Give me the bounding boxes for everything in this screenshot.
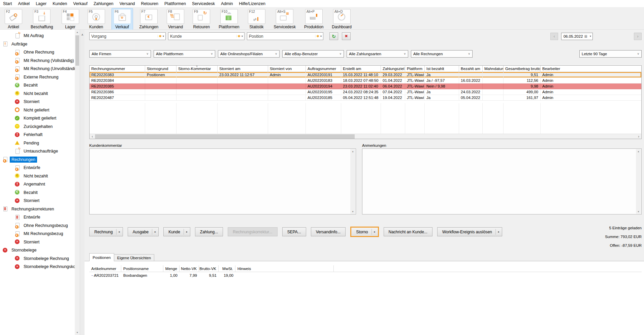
position-search-input[interactable] [247,34,315,39]
filter-wand-icon[interactable]: ✱ [159,34,162,38]
menu-start[interactable]: Start [0,0,15,7]
chevron-down-icon[interactable]: ▾ [163,35,164,38]
versandinfo-button[interactable]: Versandinfo... ▸ [311,227,346,236]
column-header[interactable]: Artikelnummer [89,265,121,272]
invoice-row[interactable]: RE20220383 Positionen 23.03.2022 11:12:5… [90,72,641,78]
scrollbar-thumb[interactable] [75,35,79,66]
sidebar-item-stornobelege-rechnungskorrektur[interactable]: Stornobelege Rechnungskorrektur [0,263,75,271]
invoice-row[interactable]: RE20220385 AU202203194 23.03.2022 11:02:… [90,83,641,89]
ribbon-servicedesk[interactable]: Alt+S Servicedesk [272,8,298,30]
scroll-down-icon[interactable]: ▼ [352,210,354,213]
sidebar-item-entwuerfe[interactable]: Entwürfe [0,164,75,172]
invoice-row[interactable]: RE20220384 AU202203183 18.03.2022 07:48:… [90,78,641,83]
sidebar-item-angemahnt[interactable]: Angemahnt [0,180,75,189]
column-header[interactable]: Netto-VK [180,265,199,272]
collapse-panel-icon[interactable]: ∧ [80,33,85,36]
scroll-up-icon[interactable]: ▲ [76,30,78,35]
sidebar-item-stornobelege-rechnung[interactable]: Stornobelege Rechnung [0,255,75,263]
vertical-scrollbar[interactable]: ▲ ▼ [636,149,641,214]
ribbon-artikel[interactable]: F2 Artikel [3,8,24,30]
ribbon-retouren[interactable]: F9 Retouren [191,8,212,30]
menu-artikel[interactable]: Artikel [15,0,33,7]
ribbon-kunden[interactable]: F5 Kunden [86,8,107,30]
rechnungen-filter[interactable]: Alle Rechnungen ∨ [411,50,473,58]
plattformen-filter[interactable]: Alle Plattformen ∨ [154,50,215,58]
ribbon-lager[interactable]: F4 Lager [60,8,81,30]
column-header[interactable]: Brutto-VK [199,265,219,272]
date-range-filter[interactable]: Letzte 90 Tage ∨ [579,50,642,58]
column-header[interactable]: Bearbeiter [541,66,641,72]
menu-admin[interactable]: Admin [218,0,236,7]
column-header[interactable]: Ist bezahlt [425,66,459,72]
ribbon-produktion[interactable]: Alt+P Produktion [302,8,325,30]
ribbon-statistik[interactable]: F12 Statistik [246,8,267,30]
date-picker[interactable]: 06.05.2022 ▦ ▾ [561,33,593,40]
sidebar-item-pending[interactable]: Pending [0,139,75,147]
ribbon-zahlungen[interactable]: F7 Zahlungen [137,8,161,30]
kunde-search-input[interactable] [168,34,236,39]
next-date-button[interactable]: › [634,33,642,40]
ausgabe-button[interactable]: Ausgabe ▸ [128,227,159,236]
sidebar-item-mit-rechnung-unvollstaendig[interactable]: Mit Rechnung (Unvollständig) [0,65,75,73]
refresh-button[interactable]: ↻ [329,32,338,40]
column-header[interactable]: Menge [163,265,180,272]
sidebar-item-umtauschauftraege[interactable]: Umtauschaufträge [0,147,75,156]
tab-positionen[interactable]: Positionen [89,253,114,261]
firmen-filter[interactable]: Alle Firmen ∨ [89,50,151,58]
menu-servicedesk[interactable]: Servicedesk [189,0,218,7]
ribbon-plattformen[interactable]: F10 Plattformen [217,8,241,30]
sidebar-item-bezahlt[interactable]: Bezahlt [0,81,75,90]
rechnung-button[interactable]: Rechnung ▸ [89,227,123,236]
tab-eigene-uebersichten[interactable]: Eigene Übersichten [114,254,154,261]
sepa-button[interactable]: SEPA... ▸ [282,227,306,236]
sidebar-item-stornobelege[interactable]: Stornobelege [0,246,75,255]
kunde-button[interactable]: Kunde ▸ [163,227,190,236]
rechnungskorrektur-button[interactable]: Rechnungskorrektur... ▸ [228,227,277,236]
sidebar-item-rechnungen-bezahlt[interactable]: Bezahlt [0,189,75,197]
workflow-ereignis-button[interactable]: Workflow-Ereignis auslösen ▸ [437,227,502,236]
menu-retouren[interactable]: Retouren [138,0,161,7]
scrollbar-thumb[interactable] [95,134,355,139]
chevron-down-icon[interactable]: ▾ [590,35,591,38]
sidebar-item-nicht-bezahlt[interactable]: Nicht bezahlt [0,90,75,98]
scroll-down-icon[interactable]: ▼ [76,330,78,335]
filter-wand-icon[interactable]: ✱ [317,34,319,38]
sidebar-item-auftraege[interactable]: Aufträge [0,40,75,48]
menu-lager[interactable]: Lager [33,0,50,7]
column-header[interactable]: Gesamtbetrag brutto [504,66,541,72]
sidebar-item-rechnungen-storniert[interactable]: Storniert [0,197,75,205]
sidebar-item-storniert[interactable]: Storniert [0,98,75,106]
sidebar-item-mit-auftrag[interactable]: Mit Auftrag [0,32,75,40]
ribbon-versand[interactable]: F8 Versand [165,8,186,30]
chevron-down-icon[interactable]: ▾ [242,35,243,38]
column-header[interactable]: Erstellt am [341,66,381,72]
invoice-row[interactable]: RE20220386 AU202203195 24.03.2022 08:24:… [90,89,641,95]
ribbon-verkauf[interactable]: F6 Verkauf [111,8,133,30]
ebay-benutzer-filter[interactable]: Alle eBay-Benutzer ∨ [282,50,344,58]
sidebar-item-externe-rechnung[interactable]: Externe Rechnung [0,73,75,81]
storno-button[interactable]: Storno ▸ [350,227,379,237]
previous-date-button[interactable]: ‹ [550,33,558,40]
column-header[interactable]: Plattform [405,66,425,72]
column-header[interactable]: Auftragsnummer [306,66,341,72]
sidebar-scrollbar[interactable]: ▲ ▼ [75,30,80,335]
column-header[interactable]: Positionsname [121,265,163,272]
column-header[interactable]: ∧ Storno-Kommentar [176,66,218,72]
vertical-scrollbar[interactable]: ▲ ▼ [350,149,355,214]
sidebar-item-korrektur-entwuerfe[interactable]: Entwürfe [0,213,75,222]
ribbon-beschaffung[interactable]: F3 Beschaffung [29,8,55,30]
filter-wand-icon[interactable]: ✱ [238,34,240,38]
sidebar-item-ohne-rechnungsbezug[interactable]: Ohne Rechnungsbezug [0,222,75,230]
collapse-row-icon[interactable]: − [91,273,94,277]
column-header[interactable]: MwSt. [219,265,235,272]
zahlungsarten-filter[interactable]: Alle Zahlungsarten ∨ [347,50,408,58]
column-header[interactable]: Mahndatum [483,66,504,72]
sidebar-splitter[interactable]: ∧ [80,30,85,335]
menu-zahlungen[interactable]: Zahlungen [91,0,117,7]
chevron-down-icon[interactable]: ▾ [320,35,322,38]
scroll-up-icon[interactable]: ▲ [352,150,354,153]
kundenkommentar-textarea[interactable]: ▲ ▼ [89,148,356,214]
sidebar-item-fehlerhaft[interactable]: Fehlerhaft [0,131,75,139]
sidebar-item-ohne-rechnung[interactable]: Ohne Rechnung [0,48,75,57]
column-header[interactable]: Storniert von [268,66,306,72]
